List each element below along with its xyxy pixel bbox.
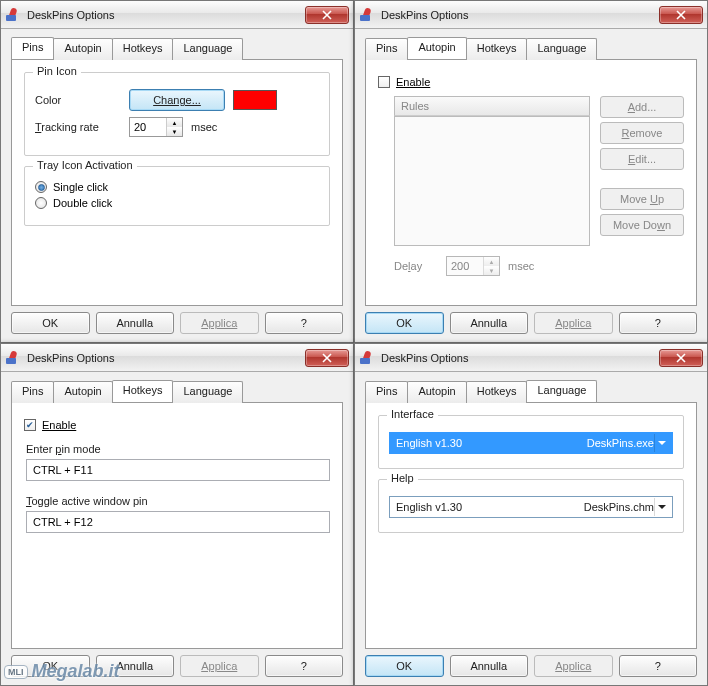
label-tracking-rate: Tracking rate xyxy=(35,121,121,133)
tab-hotkeys[interactable]: Hotkeys xyxy=(112,38,174,60)
label-delay: Delay xyxy=(394,260,438,272)
remove-button: Remove xyxy=(600,122,684,144)
color-swatch xyxy=(233,90,277,110)
tab-hotkeys[interactable]: Hotkeys xyxy=(112,380,174,402)
help-select[interactable]: English v1.30 DeskPins.chm xyxy=(389,496,673,518)
delay-spinner: ▲▼ xyxy=(446,256,500,276)
apply-button: Applica xyxy=(534,312,613,334)
dialog-buttons: OK Annulla Applica ? xyxy=(11,306,343,336)
tab-autopin[interactable]: Autopin xyxy=(407,37,466,59)
tab-hotkeys[interactable]: Hotkeys xyxy=(466,381,528,403)
add-button: Add... xyxy=(600,96,684,118)
spin-up-icon: ▲ xyxy=(484,257,499,266)
tab-language[interactable]: Language xyxy=(172,38,243,60)
dialog-buttons: OK Annulla Applica ? xyxy=(365,306,697,336)
tabpanel-hotkeys: ✔Enable Enter pin mode Toggle active win… xyxy=(11,402,343,649)
cancel-button[interactable]: Annulla xyxy=(96,312,175,334)
titlebar[interactable]: DeskPins Options xyxy=(355,344,707,372)
move-up-button: Move Up xyxy=(600,188,684,210)
cancel-button[interactable]: Annulla xyxy=(450,655,529,677)
tabpanel-language: Interface English v1.30 DeskPins.exe Hel… xyxy=(365,402,697,649)
group-interface: Interface English v1.30 DeskPins.exe xyxy=(378,415,684,469)
label-msec: msec xyxy=(508,260,534,272)
ok-button[interactable]: OK xyxy=(365,312,444,334)
label-msec: msec xyxy=(191,121,217,133)
interface-select[interactable]: English v1.30 DeskPins.exe xyxy=(389,432,673,454)
help-button[interactable]: ? xyxy=(265,655,344,677)
cancel-button[interactable]: Annulla xyxy=(450,312,529,334)
chevron-down-icon[interactable] xyxy=(654,434,668,452)
tab-pins[interactable]: Pins xyxy=(365,38,408,60)
app-icon xyxy=(359,7,375,23)
help-button[interactable]: ? xyxy=(619,655,698,677)
edit-button: Edit... xyxy=(600,148,684,170)
ok-button[interactable]: OK xyxy=(11,655,90,677)
ok-button[interactable]: OK xyxy=(365,655,444,677)
label-toggle: Toggle active window pin xyxy=(26,495,330,507)
tab-language[interactable]: Language xyxy=(526,38,597,60)
help-button[interactable]: ? xyxy=(265,312,344,334)
toggle-input[interactable] xyxy=(26,511,330,533)
group-pin-icon: Pin Icon Color Change... Tracking rate ▲… xyxy=(24,72,330,156)
rules-list[interactable] xyxy=(394,116,590,246)
titlebar[interactable]: DeskPins Options xyxy=(355,1,707,29)
rules-header: Rules xyxy=(394,96,590,116)
close-button[interactable] xyxy=(305,6,349,24)
dialog-buttons: OK Annulla Applica ? xyxy=(11,649,343,679)
titlebar[interactable]: DeskPins Options xyxy=(1,1,353,29)
tracking-rate-input[interactable] xyxy=(130,118,166,136)
spin-up-icon[interactable]: ▲ xyxy=(167,118,182,127)
window-title: DeskPins Options xyxy=(27,352,305,364)
group-tray-icon: Tray Icon Activation Single click Double… xyxy=(24,166,330,226)
tab-autopin[interactable]: Autopin xyxy=(407,381,466,403)
tabpanel-pins: Pin Icon Color Change... Tracking rate ▲… xyxy=(11,59,343,306)
window-title: DeskPins Options xyxy=(381,9,659,21)
ok-button[interactable]: OK xyxy=(11,312,90,334)
group-title: Tray Icon Activation xyxy=(33,159,137,171)
label-color: Color xyxy=(35,94,121,106)
dialog-pins: DeskPins Options Pins Autopin Hotkeys La… xyxy=(0,0,354,343)
group-title: Help xyxy=(387,472,418,484)
tabstrip: Pins Autopin Hotkeys Language xyxy=(365,380,697,402)
tab-language[interactable]: Language xyxy=(526,380,597,402)
spin-down-icon[interactable]: ▼ xyxy=(167,127,182,136)
tab-language[interactable]: Language xyxy=(172,381,243,403)
app-icon xyxy=(359,350,375,366)
change-button[interactable]: Change... xyxy=(129,89,225,111)
apply-button: Applica xyxy=(534,655,613,677)
titlebar[interactable]: DeskPins Options xyxy=(1,344,353,372)
app-icon xyxy=(5,350,21,366)
help-button[interactable]: ? xyxy=(619,312,698,334)
tracking-rate-spinner[interactable]: ▲▼ xyxy=(129,117,183,137)
apply-button: Applica xyxy=(180,655,259,677)
dialog-hotkeys: DeskPins Options Pins Autopin Hotkeys La… xyxy=(0,343,354,686)
chevron-down-icon[interactable] xyxy=(654,498,668,516)
delay-input xyxy=(447,257,483,275)
close-button[interactable] xyxy=(659,6,703,24)
tabstrip: Pins Autopin Hotkeys Language xyxy=(365,37,697,59)
label-enter-pin: Enter pin mode xyxy=(26,443,330,455)
close-button[interactable] xyxy=(305,349,349,367)
close-button[interactable] xyxy=(659,349,703,367)
cancel-button[interactable]: Annulla xyxy=(96,655,175,677)
select-value: English v1.30 xyxy=(396,501,462,513)
enable-checkbox[interactable]: ✔Enable xyxy=(24,419,330,431)
tab-autopin[interactable]: Autopin xyxy=(53,381,112,403)
tab-pins[interactable]: Pins xyxy=(365,381,408,403)
tab-hotkeys[interactable]: Hotkeys xyxy=(466,38,528,60)
select-file: DeskPins.chm xyxy=(584,501,654,513)
move-down-button: Move Down xyxy=(600,214,684,236)
select-value: English v1.30 xyxy=(396,437,462,449)
tab-pins[interactable]: Pins xyxy=(11,381,54,403)
enter-pin-input[interactable] xyxy=(26,459,330,481)
dialog-language: DeskPins Options Pins Autopin Hotkeys La… xyxy=(354,343,708,686)
group-title: Interface xyxy=(387,408,438,420)
tab-autopin[interactable]: Autopin xyxy=(53,38,112,60)
apply-button: Applica xyxy=(180,312,259,334)
enable-checkbox[interactable]: Enable xyxy=(378,76,684,88)
radio-double-click[interactable]: Double click xyxy=(35,197,319,209)
spin-down-icon: ▼ xyxy=(484,266,499,275)
tab-pins[interactable]: Pins xyxy=(11,37,54,59)
radio-single-click[interactable]: Single click xyxy=(35,181,319,193)
tabpanel-autopin: Enable Rules Add... Remove Edit... Move … xyxy=(365,59,697,306)
